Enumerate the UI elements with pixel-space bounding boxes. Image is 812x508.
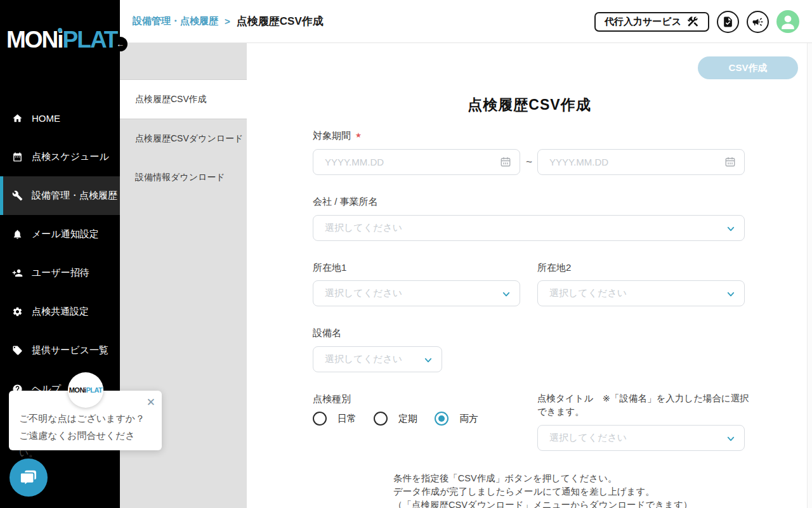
back-arrow-icon: ← [116, 39, 124, 49]
wrench-icon [12, 190, 23, 201]
radio-daily[interactable]: 日常 [313, 412, 357, 426]
app-logo: MONiPLAT [6, 27, 117, 53]
sidebar-item-label: 提供サービス一覧 [32, 344, 108, 356]
inspection-title-select-placeholder: 選択してください [549, 432, 627, 444]
header-actions: 代行入力サービス [594, 0, 799, 43]
sidebar-item-label: 設備管理・点検履歴 [32, 190, 117, 202]
document-check-icon [722, 16, 734, 28]
sidebar-item-label: 点検スケジュール [32, 151, 109, 163]
chevron-down-icon [726, 434, 735, 443]
megaphone-icon [752, 16, 764, 28]
inspection-type-label: 点検種別 [313, 393, 351, 405]
equipment-select-placeholder: 選択してください [325, 353, 402, 365]
proxy-input-service-button[interactable]: 代行入力サービス [594, 12, 709, 32]
sidebar-item-inspection-common-settings[interactable]: 点検共通設定 [0, 292, 120, 331]
footer-note-line: （「点検履歴CSVダウンロード」メニューからダウンロードできます） [393, 498, 692, 508]
period-label-text: 対象期間 [313, 130, 351, 141]
vertical-scrollbar[interactable] [807, 43, 812, 508]
inspection-title-label: 点検タイトル ※「設備名」を入力した場合に選択できます。 [537, 392, 753, 419]
radio-icon [313, 412, 327, 426]
company-select-placeholder: 選択してください [325, 222, 402, 234]
main-content: CSV作成 点検履歴CSV作成 対象期間★ ~ 会社 / 事業所名 選択してくだ… [247, 43, 812, 508]
equipment-select[interactable]: 選択してください [313, 346, 442, 372]
chevron-down-icon [424, 356, 433, 365]
company-select[interactable]: 選択してください [313, 215, 745, 241]
page-title: 点検履歴CSV作成 [247, 95, 812, 115]
app-root: 設備管理・点検履歴 > 点検履歴CSV作成 代行入力サービス [0, 0, 812, 508]
period-separator: ~ [523, 149, 535, 175]
sidebar-item-inspection-schedule[interactable]: 点検スケジュール [0, 138, 120, 176]
logo-text-accent: PLAT [63, 27, 117, 53]
announcements-button[interactable] [747, 11, 769, 33]
sidebar-nav: HOME 点検スケジュール 設備管理・点検履歴 メール通知設定 ユーザー招待 点… [0, 99, 120, 408]
sidebar-item-label: メール通知設定 [32, 228, 99, 240]
chevron-down-icon [726, 225, 735, 233]
radio-label: 定期 [398, 413, 417, 425]
csv-create-button[interactable]: CSV作成 [698, 56, 798, 79]
footer-notes: 条件を指定後「CSV作成」ボタンを押してください。 データ作成が完了しましたらメ… [393, 472, 692, 508]
logo-text-i: i [57, 27, 62, 53]
top-header: 設備管理・点検履歴 > 点検履歴CSV作成 代行入力サービス [120, 0, 812, 43]
sidebar-item-label: 点検共通設定 [32, 306, 89, 318]
radio-icon [435, 412, 449, 426]
chevron-down-icon [726, 290, 735, 299]
submenu-item-label: 点検履歴CSVダウンロード [135, 133, 243, 145]
chat-brand-avatar[interactable]: MONiPLAT [68, 372, 103, 408]
document-check-button[interactable] [717, 11, 739, 33]
location1-select-placeholder: 選択してください [325, 287, 402, 299]
sidebar-item-home[interactable]: HOME [0, 99, 120, 138]
chat-bubbles-icon [18, 467, 39, 488]
period-start-wrap [313, 149, 520, 175]
user-add-icon [12, 268, 23, 278]
period-end-wrap [537, 149, 745, 175]
close-icon[interactable]: ✕ [147, 396, 155, 409]
sidebar-item-services-list[interactable]: 提供サービス一覧 [0, 331, 120, 370]
location1-label: 所在地1 [313, 262, 346, 274]
radio-label: 日常 [337, 413, 357, 425]
sidebar-collapse-button[interactable]: ← [113, 37, 128, 51]
chevron-down-icon [502, 290, 511, 299]
person-icon [776, 10, 799, 33]
chat-brand-logo: MONiPLAT [69, 386, 103, 394]
required-star-icon: ★ [355, 131, 362, 139]
calendar-icon[interactable] [724, 156, 736, 167]
submenu-item-equipment-download[interactable]: 設備情報ダウンロード [120, 158, 247, 197]
chat-logo-accent: PLAT [86, 386, 102, 394]
equipment-label: 設備名 [313, 327, 341, 339]
logo-text-main: MON [6, 27, 57, 53]
period-end-input[interactable] [537, 149, 745, 175]
breadcrumb-parent-link[interactable]: 設備管理・点検履歴 [133, 15, 218, 27]
user-avatar[interactable] [776, 10, 799, 33]
location2-select[interactable]: 選択してください [537, 280, 745, 306]
radio-periodic[interactable]: 定期 [374, 412, 417, 426]
sidebar-item-equipment-management[interactable]: 設備管理・点検履歴 [0, 176, 120, 215]
breadcrumb: 設備管理・点検履歴 > 点検履歴CSV作成 [133, 14, 324, 29]
location2-label: 所在地2 [537, 262, 571, 274]
submenu-item-label: 点検履歴CSV作成 [135, 94, 207, 105]
sidebar-item-label: HOME [32, 113, 60, 124]
chat-tooltip-text: ご不明な点はございますか？ご遠慮なくお問合せください。 [19, 410, 152, 461]
radio-icon [374, 412, 388, 426]
sidebar-item-mail-notification[interactable]: メール通知設定 [0, 215, 120, 254]
sidebar-item-user-invite[interactable]: ユーザー招待 [0, 254, 120, 292]
company-label: 会社 / 事業所名 [313, 196, 378, 208]
period-label: 対象期間★ [313, 130, 362, 142]
chat-launcher-button[interactable] [10, 459, 48, 497]
radio-both[interactable]: 両方 [435, 412, 478, 426]
location1-select[interactable]: 選択してください [313, 280, 520, 306]
proxy-button-label: 代行入力サービス [605, 16, 681, 28]
calendar-icon [12, 152, 23, 162]
footer-note-line: データ作成が完了しましたらメールにて通知を差し上げます。 [393, 485, 692, 498]
radio-label: 両方 [459, 413, 478, 425]
period-start-input[interactable] [313, 149, 520, 175]
submenu-item-csv-create[interactable]: 点検履歴CSV作成 [120, 79, 247, 119]
inspection-title-select[interactable]: 選択してください [537, 425, 745, 451]
gear-icon [12, 306, 23, 317]
footer-note-line: 条件を指定後「CSV作成」ボタンを押してください。 [393, 472, 692, 485]
sidebar-item-label: ユーザー招待 [32, 267, 89, 279]
breadcrumb-current-page: 点検履歴CSV作成 [237, 14, 324, 29]
home-icon [12, 113, 23, 124]
calendar-icon[interactable] [500, 156, 511, 167]
bell-icon [12, 229, 23, 240]
submenu-item-csv-download[interactable]: 点検履歴CSVダウンロード [120, 119, 247, 158]
